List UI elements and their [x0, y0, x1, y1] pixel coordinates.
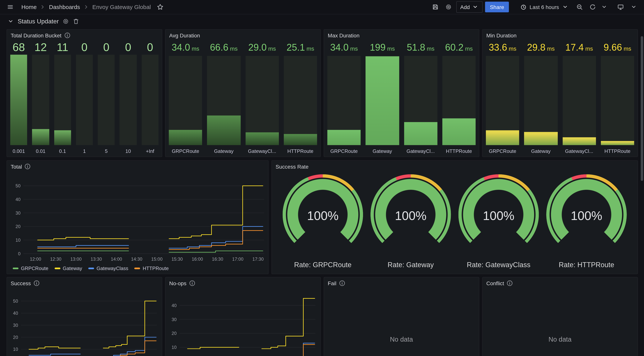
- bar-column: 29.8 msGateway: [524, 41, 558, 154]
- bar-category-label: 5: [98, 145, 114, 154]
- svg-text:12:30: 12:30: [50, 257, 62, 262]
- top-nav: Home Dashboards Envoy Gateway Global Add…: [0, 0, 644, 15]
- bar-track: [562, 56, 596, 145]
- bar-category-label: Gateway: [524, 145, 558, 154]
- add-button[interactable]: Add: [456, 1, 482, 13]
- menu-icon[interactable]: [5, 2, 16, 13]
- legend-item[interactable]: GRPCRoute: [13, 265, 48, 271]
- panel-title: No-ops: [169, 280, 186, 286]
- svg-text:40: 40: [172, 303, 176, 308]
- panel-header[interactable]: Min Duration: [482, 30, 638, 41]
- svg-text:10: 10: [13, 347, 18, 352]
- bar-value: 34.0 ms: [327, 41, 361, 55]
- panel-title: Min Duration: [486, 32, 516, 38]
- timeseries-chart: 1020304050: [10, 289, 159, 356]
- svg-text:10: 10: [172, 345, 176, 350]
- svg-text:0: 0: [18, 251, 20, 256]
- info-icon[interactable]: [339, 280, 346, 286]
- bar-column: 25.1 msHTTPRoute: [284, 41, 317, 154]
- bar-gauge-chart: 680.001120.01110.101050100+Inf: [10, 41, 159, 154]
- bar-column: 66.6 msGateway: [207, 41, 240, 154]
- gauge-group: 100%Rate: GRPCRoute100%Rate: Gateway100%…: [275, 172, 634, 271]
- bar-column: 01: [76, 41, 93, 154]
- legend-item[interactable]: Gateway: [54, 265, 82, 271]
- settings-gear-icon[interactable]: [443, 2, 454, 13]
- no-data-body: No data: [327, 289, 476, 356]
- bar-value: 0: [98, 41, 114, 53]
- scrollbar-thumb[interactable]: [641, 36, 643, 181]
- bar-track: [245, 56, 279, 145]
- bar-value: 0: [142, 41, 158, 53]
- panel-header[interactable]: Success Rate: [272, 161, 638, 172]
- svg-text:15:30: 15:30: [172, 257, 183, 262]
- bar-category-label: GatewayCl...: [562, 145, 596, 154]
- bar-value: 29.8 ms: [524, 41, 558, 55]
- row-delete-trash-icon[interactable]: [73, 18, 79, 24]
- bar-column: 60.2 msHTTPRoute: [442, 41, 476, 154]
- share-button[interactable]: Share: [485, 2, 509, 13]
- kiosk-mode-icon[interactable]: [615, 2, 626, 13]
- panel-header[interactable]: Avg Duration: [166, 30, 320, 41]
- info-icon[interactable]: [506, 280, 513, 286]
- info-icon[interactable]: [64, 32, 70, 39]
- panel-header[interactable]: No-ops: [166, 277, 320, 289]
- gauge: 100%Rate: GRPCRoute: [282, 174, 363, 269]
- bar-column: 0+Inf: [142, 41, 158, 154]
- info-icon[interactable]: [189, 280, 196, 286]
- legend-item[interactable]: GatewayClass: [88, 265, 128, 271]
- time-range-picker[interactable]: Last 6 hours: [517, 2, 572, 13]
- bar-track: [54, 55, 71, 145]
- breadcrumb-home[interactable]: Home: [21, 4, 36, 10]
- bar-category-label: HTTPRoute: [442, 145, 476, 154]
- bar-category-label: HTTPRoute: [284, 145, 317, 154]
- panel-header[interactable]: Conflict: [482, 277, 638, 289]
- bar-track: [10, 55, 27, 145]
- row-collapse-chevron-icon[interactable]: [8, 18, 14, 24]
- bar-track: [169, 56, 202, 145]
- bar-column: 05: [98, 41, 114, 154]
- gauge-value: 100%: [282, 209, 363, 223]
- bar-track: [76, 55, 93, 145]
- breadcrumb: Home Dashboards Envoy Gateway Global: [21, 4, 151, 10]
- collapse-nav-chevron-icon[interactable]: [628, 2, 639, 13]
- svg-text:13:30: 13:30: [91, 257, 102, 262]
- no-data-body: No data: [486, 289, 634, 356]
- panel-conflict: Conflict No data: [482, 277, 638, 356]
- zoom-out-icon[interactable]: [574, 2, 585, 13]
- bar-gauge-chart: 34.0 msGRPCRoute199 msGateway51.8 msGate…: [327, 41, 476, 154]
- panel-header[interactable]: Success: [7, 277, 162, 289]
- save-icon[interactable]: [430, 2, 441, 13]
- star-icon[interactable]: [155, 2, 166, 13]
- chart-legend: GRPCRouteGatewayGatewayClassHTTPRoute: [13, 265, 169, 271]
- chevron-right-icon: [83, 4, 90, 10]
- bar-column: 010: [120, 41, 136, 154]
- svg-text:16:00: 16:00: [192, 257, 203, 262]
- bar-value: 25.1 ms: [284, 41, 317, 55]
- bar-column: 199 msGateway: [366, 41, 399, 154]
- info-icon[interactable]: [33, 280, 40, 286]
- panel-header[interactable]: Fail: [324, 277, 479, 289]
- no-data-text: No data: [548, 336, 572, 343]
- row-title[interactable]: Status Updater: [18, 18, 59, 25]
- bar-category-label: Gateway: [207, 145, 240, 154]
- panel-header[interactable]: Total Duration Bucket: [7, 30, 162, 41]
- gauge-label: Rate: HTTPRoute: [559, 261, 614, 269]
- info-icon[interactable]: [24, 163, 31, 170]
- svg-text:30: 30: [13, 323, 18, 328]
- panel-title: Fail: [328, 280, 336, 286]
- panel-header[interactable]: Max Duration: [324, 30, 479, 41]
- refresh-icon[interactable]: [587, 2, 598, 13]
- panel-avg-duration: Avg Duration 34.0 msGRPCRoute66.6 msGate…: [165, 29, 321, 157]
- breadcrumb-dashboards[interactable]: Dashboards: [49, 4, 80, 10]
- legend-item[interactable]: HTTPRoute: [134, 265, 169, 271]
- bar-category-label: 0.01: [32, 145, 49, 154]
- bar-column: 680.001: [10, 41, 27, 154]
- refresh-interval-chevron-icon[interactable]: [600, 2, 608, 13]
- bar-track: [442, 56, 476, 145]
- panel-header[interactable]: Total: [7, 161, 268, 172]
- svg-text:14:00: 14:00: [111, 257, 122, 262]
- bar-column: 34.0 msGRPCRoute: [169, 41, 202, 154]
- bar-track: [524, 56, 558, 145]
- row-settings-gear-icon[interactable]: [62, 18, 69, 24]
- gauge-value: 100%: [458, 209, 539, 223]
